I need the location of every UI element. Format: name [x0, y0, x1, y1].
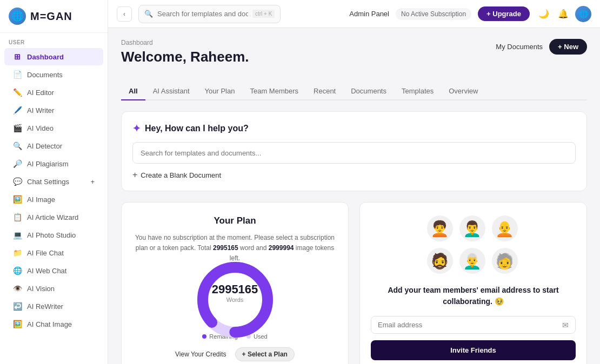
team-avatar-4: 👨‍🦳 — [459, 248, 485, 274]
plan-card: Your Plan You have no subscription at th… — [121, 202, 349, 364]
topbar-icons: 🌙 🔔 🌐 — [536, 6, 591, 22]
create-blank-document-button[interactable]: + Create a Blank Document — [132, 170, 576, 180]
sidebar-label-ai-article-wizard: AI Article Wizard — [27, 213, 95, 221]
team-avatar-5: 🧓 — [492, 248, 518, 274]
header-actions: My Documents + New — [496, 39, 587, 55]
search-icon: 🔍 — [144, 10, 153, 18]
ai-chat-image-icon: 🖼️ — [13, 320, 22, 328]
tab-documents[interactable]: Documents — [343, 83, 394, 100]
collapse-sidebar-button[interactable]: ‹ — [117, 6, 132, 22]
sidebar-item-ai-vision[interactable]: 👁️ AI Vision — [4, 280, 103, 297]
image-count-highlight: 2999994 — [269, 244, 294, 252]
new-document-button[interactable]: + New — [549, 39, 587, 55]
plan-card-actions: View Your Credits + Select a Plan — [132, 347, 337, 361]
chat-settings-icon: 💬 — [13, 177, 22, 186]
ai-file-chat-icon: 📁 — [13, 248, 22, 257]
sidebar-item-ai-detector[interactable]: 🔍 AI Detector — [4, 137, 103, 154]
donut-label: 2995165 Words — [212, 282, 258, 303]
upgrade-button[interactable]: + Upgrade — [478, 6, 530, 21]
team-email-input[interactable] — [371, 316, 556, 333]
sidebar-item-ai-video[interactable]: 🎬 AI Video — [4, 119, 103, 137]
sidebar-item-ai-web-chat[interactable]: 🌐 AI Web Chat — [4, 262, 103, 279]
team-avatar-0: 🧑‍🦱 — [427, 215, 453, 241]
logo-globe-icon: 🌐 — [9, 8, 26, 25]
page-header: Dashboard Welcome, Raheem. My Documents … — [121, 39, 587, 74]
team-card: 🧑‍🦱👨‍🦱🧑‍🦲🧔👨‍🦳🧓 Add your team members' em… — [359, 202, 587, 364]
dashboard-icon: ⊞ — [13, 52, 22, 61]
ai-rewriter-icon: ↩️ — [13, 302, 22, 311]
tab-ai-assistant[interactable]: AI Assistant — [145, 83, 197, 100]
sidebar-label-chat-settings: Chat Settings — [27, 178, 85, 186]
sidebar-label-ai-writer: AI Writer — [27, 106, 95, 114]
select-plan-button[interactable]: + Select a Plan — [235, 347, 295, 361]
sidebar-item-ai-file-chat[interactable]: 📁 AI File Chat — [4, 244, 103, 261]
plus-icon: + — [132, 170, 137, 180]
topbar: ‹ 🔍 ctrl + K Admin Panel No Active Subsc… — [108, 0, 600, 28]
sidebar-item-dashboard[interactable]: ⊞ Dashboard — [4, 48, 103, 65]
sidebar-nav: ⊞ Dashboard📄 Documents✏️ AI Editor🖊️ AI … — [0, 48, 108, 333]
ai-article-wizard-icon: 📋 — [13, 213, 22, 221]
ai-vision-icon: 👁️ — [13, 284, 22, 293]
sidebar-item-chat-settings[interactable]: 💬 Chat Settings+ — [4, 173, 103, 190]
notifications-icon[interactable]: 🔔 — [556, 6, 571, 22]
ai-writer-icon: 🖊️ — [13, 106, 22, 114]
sidebar: 🌐 M=GAN USER ⊞ Dashboard📄 Documents✏️ AI… — [0, 0, 108, 364]
ai-photo-studio-icon: 💻 — [13, 231, 22, 239]
ai-video-icon: 🎬 — [13, 124, 22, 132]
donut-unit: Words — [212, 296, 258, 303]
tab-team-members[interactable]: Team Members — [242, 83, 306, 100]
invite-friends-button[interactable]: Invite Friends — [371, 340, 576, 360]
sidebar-label-ai-video: AI Video — [27, 124, 95, 132]
tab-all[interactable]: All — [121, 83, 145, 100]
tab-overview[interactable]: Overview — [441, 83, 485, 100]
sidebar-label-ai-file-chat: AI File Chat — [27, 249, 95, 257]
user-avatar[interactable]: 🌐 — [575, 6, 591, 22]
sidebar-item-ai-plagiarism[interactable]: 🔎 AI Plagiarism — [4, 155, 103, 172]
tab-your-plan[interactable]: Your Plan — [197, 83, 243, 100]
ai-help-search-input[interactable] — [132, 142, 576, 164]
topbar-search-input[interactable] — [157, 10, 248, 18]
sidebar-item-ai-rewriter[interactable]: ↩️ AI ReWriter — [4, 298, 103, 315]
sidebar-label-ai-web-chat: AI Web Chat — [27, 267, 95, 275]
sidebar-item-ai-editor[interactable]: ✏️ AI Editor — [4, 84, 103, 101]
chat-settings-plus-button[interactable]: + — [90, 178, 95, 186]
ai-image-icon: 🖼️ — [13, 195, 22, 204]
subscription-status: No Active Subscription — [396, 8, 471, 20]
sidebar-label-dashboard: Dashboard — [27, 53, 95, 61]
sidebar-section-label: USER — [0, 33, 108, 48]
dark-mode-toggle[interactable]: 🌙 — [536, 6, 551, 22]
ai-help-title: ✦ Hey, How can I help you? — [132, 123, 576, 134]
search-shortcut: ctrl + K — [252, 10, 275, 18]
sidebar-label-documents: Documents — [27, 71, 95, 79]
ai-editor-icon: ✏️ — [13, 88, 22, 97]
email-input-row: ✉ — [371, 316, 576, 334]
documents-icon: 📄 — [13, 70, 22, 79]
sidebar-item-ai-writer[interactable]: 🖊️ AI Writer — [4, 102, 103, 119]
tab-templates[interactable]: Templates — [394, 83, 441, 100]
admin-panel-link[interactable]: Admin Panel — [349, 10, 389, 18]
sidebar-label-ai-detector: AI Detector — [27, 142, 95, 150]
sidebar-item-documents[interactable]: 📄 Documents — [4, 66, 103, 83]
view-credits-link[interactable]: View Your Credits — [175, 350, 226, 358]
ai-detector-icon: 🔍 — [13, 141, 22, 150]
breadcrumb: Dashboard — [121, 39, 249, 46]
sidebar-item-ai-image[interactable]: 🖼️ AI Image — [4, 191, 103, 208]
my-documents-link[interactable]: My Documents — [496, 43, 543, 51]
topbar-search-box: 🔍 ctrl + K — [138, 5, 281, 23]
team-card-title: Add your team members' email address to … — [371, 285, 576, 307]
sidebar-item-ai-article-wizard[interactable]: 📋 AI Article Wizard — [4, 208, 103, 226]
team-avatar-2: 🧑‍🦲 — [492, 215, 518, 241]
donut-number: 2995165 — [212, 282, 258, 296]
sparkle-icon: ✦ — [132, 123, 141, 134]
sidebar-logo: 🌐 M=GAN — [0, 0, 108, 33]
team-avatars-grid: 🧑‍🦱👨‍🦱🧑‍🦲🧔👨‍🦳🧓 — [427, 215, 520, 276]
dashboard-tabs: AllAI AssistantYour PlanTeam MembersRece… — [121, 83, 587, 100]
page-title: Welcome, Raheem. — [121, 49, 249, 65]
sidebar-item-ai-photo-studio[interactable]: 💻 AI Photo Studio — [4, 226, 103, 244]
tab-recent[interactable]: Recent — [306, 83, 343, 100]
ai-web-chat-icon: 🌐 — [13, 266, 22, 275]
dashboard-two-col: Your Plan You have no subscription at th… — [121, 202, 587, 364]
sidebar-item-ai-chat-image[interactable]: 🖼️ AI Chat Image — [4, 315, 103, 333]
main-area: ‹ 🔍 ctrl + K Admin Panel No Active Subsc… — [108, 0, 600, 364]
page-title-area: Dashboard Welcome, Raheem. — [121, 39, 249, 74]
